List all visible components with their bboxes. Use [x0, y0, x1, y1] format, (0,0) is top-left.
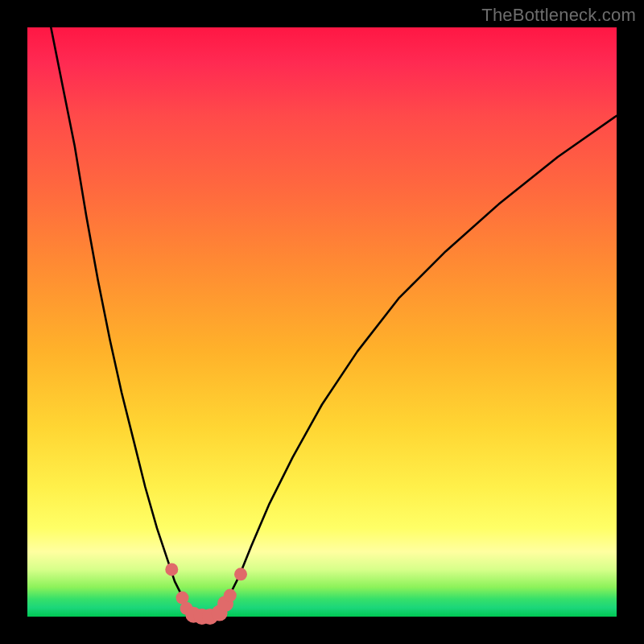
marker-8	[224, 589, 237, 602]
curve-layer	[27, 27, 617, 617]
plot-area	[27, 27, 617, 617]
marker-0	[165, 563, 178, 576]
chart-frame: TheBottleneck.com	[0, 0, 644, 644]
curve-left-branch	[51, 27, 192, 617]
watermark-text: TheBottleneck.com	[481, 5, 636, 26]
curve-right-branch	[216, 116, 617, 617]
marker-9	[234, 568, 247, 580]
